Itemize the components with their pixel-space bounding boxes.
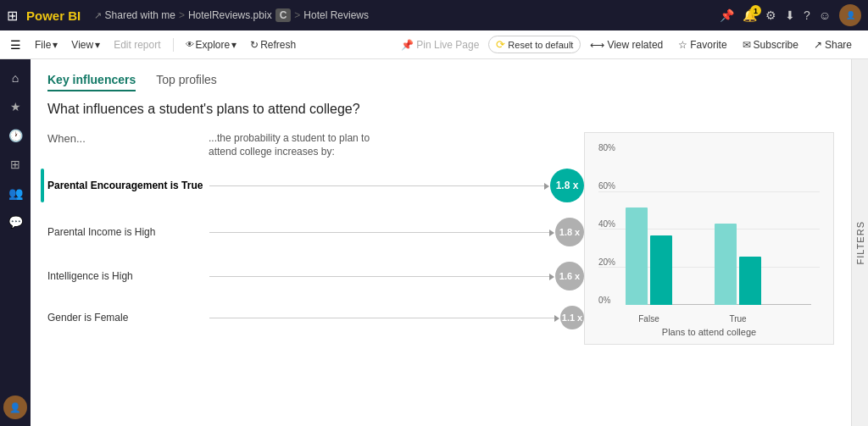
chart-inner: 0% 20% 40% 60% 80% xyxy=(598,143,820,324)
left-sidebar: ⌂ ★ 🕐 ⊞ 👥 💬 👤 xyxy=(0,59,31,426)
tab-key-influencers[interactable]: Key influencers xyxy=(47,73,136,91)
influencer-list: When... ...the probability a student to … xyxy=(47,132,584,345)
pin-live-page-button[interactable]: 📌 Pin Live Page xyxy=(395,36,485,53)
view-related-button[interactable]: ⟷ View related xyxy=(584,36,669,53)
question-title: What influences a student's plans to att… xyxy=(47,102,834,117)
active-indicator xyxy=(41,169,44,202)
sidebar-item-shared[interactable]: 👥 xyxy=(3,181,27,205)
bar-group-true xyxy=(715,224,761,305)
hamburger-icon[interactable]: ☰ xyxy=(10,38,21,52)
pin-icon[interactable]: 📌 xyxy=(720,8,734,22)
bar-group-false xyxy=(626,207,672,306)
list-header: When... ...the probability a student to … xyxy=(47,132,584,158)
notification-icon[interactable]: 🔔 1 xyxy=(743,8,757,22)
subscribe-button[interactable]: ✉ Subscribe xyxy=(737,36,804,53)
toolbar-left: ☰ File ▾ View ▾ Edit report 👁 Explore ▾ … xyxy=(10,36,393,53)
sidebar-avatar[interactable]: 👤 xyxy=(3,396,27,419)
influencer-connector xyxy=(209,276,550,277)
influencer-connector xyxy=(209,318,555,318)
sidebar-item-apps[interactable]: ⊞ xyxy=(3,152,27,176)
topbar: ⊞ Power BI ↗ Shared with me > HotelRevie… xyxy=(0,0,868,30)
influencer-bubble: 1.8 x xyxy=(550,169,584,202)
x-label-false: False xyxy=(626,314,672,324)
app-logo: Power BI xyxy=(26,8,81,23)
influencer-item[interactable]: Parental Encouragement is True 1.8 x xyxy=(47,169,584,202)
header-when: When... xyxy=(47,132,209,158)
influencer-connector xyxy=(209,185,545,186)
y-label: 80% xyxy=(598,143,622,152)
settings-icon[interactable]: ⚙ xyxy=(765,8,776,22)
chart-y-labels: 0% 20% 40% 60% 80% xyxy=(598,143,622,305)
sidebar-item-home[interactable]: ⌂ xyxy=(3,66,27,90)
influencer-label: Parental Income is High xyxy=(47,225,204,240)
influencer-item[interactable]: Gender is Female 1.1 x xyxy=(47,306,584,329)
influencer-bubble: 1.6 x xyxy=(555,262,584,290)
bar-false-overall xyxy=(626,207,648,306)
tab-top-profiles[interactable]: Top profiles xyxy=(156,73,217,91)
account-icon[interactable]: ☺ xyxy=(819,8,831,22)
main-container: ⌂ ★ 🕐 ⊞ 👥 💬 👤 Key influencers Top profil… xyxy=(0,59,868,426)
y-label: 20% xyxy=(598,257,622,267)
content-area: Key influencers Top profiles What influe… xyxy=(31,59,851,426)
sidebar-item-chat[interactable]: 💬 xyxy=(3,210,27,234)
bar-false-selected xyxy=(650,235,672,305)
influencer-bubble: 1.8 x xyxy=(555,218,584,246)
chart-x-labels: False True xyxy=(626,314,811,324)
right-filters-panel[interactable]: FILTERS xyxy=(851,59,868,426)
grid-icon: ⊞ xyxy=(7,8,18,24)
share-button[interactable]: ↗ Share xyxy=(808,36,858,53)
y-label: 40% xyxy=(598,219,622,229)
sidebar-item-favorites[interactable]: ★ xyxy=(3,95,27,119)
breadcrumb-report: Hotel Reviews xyxy=(303,9,369,21)
edit-report-button[interactable]: Edit report xyxy=(108,36,165,53)
tabs: Key influencers Top profiles xyxy=(47,73,834,91)
influencer-item[interactable]: Intelligence is High 1.6 x xyxy=(47,262,584,290)
breadcrumb-file: HotelReviews.pbix xyxy=(188,9,272,21)
favorite-button[interactable]: ☆ Favorite xyxy=(672,36,732,53)
influencers-panel: When... ...the probability a student to … xyxy=(47,132,834,345)
refresh-button[interactable]: ↻ Refresh xyxy=(245,36,301,53)
notification-badge: 1 xyxy=(750,5,761,16)
help-icon[interactable]: ? xyxy=(804,8,810,22)
toolbar-right: 📌 Pin Live Page ⟳ Reset to default ⟷ Vie… xyxy=(395,36,858,53)
chart-area: 0% 20% 40% 60% 80% xyxy=(584,132,834,345)
x-label-true: True xyxy=(715,314,761,324)
user-avatar[interactable]: 👤 xyxy=(839,4,861,26)
bar-true-overall xyxy=(715,224,737,305)
chart-bars-area xyxy=(626,143,811,305)
y-label: 60% xyxy=(598,181,622,191)
explore-menu[interactable]: 👁 Explore ▾ xyxy=(181,36,242,53)
breadcrumb-shared[interactable]: ↗ Shared with me xyxy=(94,9,175,21)
breadcrumb-sep2: > xyxy=(294,9,300,21)
influencer-label: Intelligence is High xyxy=(47,269,204,284)
reset-to-default-button[interactable]: ⟳ Reset to default xyxy=(488,36,581,53)
y-label: 0% xyxy=(598,296,622,305)
chart-title: Plans to attend college xyxy=(598,327,820,337)
influencer-label: Gender is Female xyxy=(47,311,204,325)
influencer-bubble: 1.1 x xyxy=(560,306,584,329)
toolbar-divider xyxy=(173,38,174,52)
influencer-connector xyxy=(209,232,550,233)
toolbar: ☰ File ▾ View ▾ Edit report 👁 Explore ▾ … xyxy=(0,30,868,59)
file-badge: C xyxy=(275,8,292,22)
influencer-item[interactable]: Parental Income is High 1.8 x xyxy=(47,218,584,246)
breadcrumb-sep1: > xyxy=(179,9,185,21)
header-prob: ...the probability a student to plan to … xyxy=(209,132,395,158)
topbar-right: 📌 🔔 1 ⚙ ⬇ ? ☺ 👤 xyxy=(720,4,861,26)
download-icon[interactable]: ⬇ xyxy=(785,8,795,22)
sidebar-item-recent[interactable]: 🕐 xyxy=(3,124,27,147)
view-menu[interactable]: View ▾ xyxy=(66,36,105,53)
reset-icon: ⟳ xyxy=(496,38,505,51)
file-menu[interactable]: File ▾ xyxy=(30,36,63,53)
breadcrumb: ↗ Shared with me > HotelReviews.pbix C >… xyxy=(94,8,715,22)
filters-label: FILTERS xyxy=(855,221,865,264)
influencer-label: Parental Encouragement is True xyxy=(47,179,204,193)
bar-true-selected xyxy=(739,257,761,305)
